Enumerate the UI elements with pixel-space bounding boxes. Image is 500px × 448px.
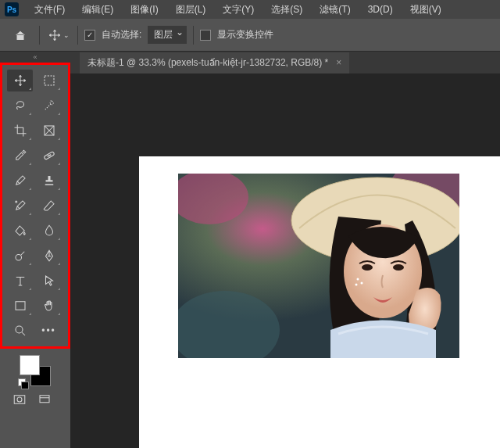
foreground-color-swatch[interactable] xyxy=(20,355,40,375)
tool-preset-button[interactable]: ⌄ xyxy=(46,24,71,46)
canvas-artboard[interactable] xyxy=(139,156,500,448)
close-tab-button[interactable]: × xyxy=(336,57,341,68)
lasso-icon xyxy=(13,99,27,113)
stamp-icon xyxy=(42,174,56,188)
document-tab-strip: 未标题-1 @ 33.3% (pexels-tuấn-kiệt-jr-13827… xyxy=(70,52,500,73)
eyedropper-tool[interactable] xyxy=(7,145,33,167)
history-brush-icon xyxy=(13,199,27,213)
blur-tool[interactable] xyxy=(36,220,62,242)
type-icon xyxy=(13,274,27,288)
eraser-icon xyxy=(42,199,56,213)
chevron-down-icon: ⌄ xyxy=(63,31,70,39)
collapse-toolbar-button[interactable]: « xyxy=(0,52,70,63)
auto-select-label: 自动选择: xyxy=(102,28,141,41)
dodge-tool[interactable] xyxy=(7,245,33,267)
hand-tool[interactable] xyxy=(36,295,62,317)
frame-tool[interactable] xyxy=(36,120,62,142)
photo-placeholder-icon xyxy=(178,174,459,358)
menu-type[interactable]: 文字(Y) xyxy=(215,1,262,19)
edit-toolbar-button[interactable]: ••• xyxy=(36,320,62,342)
pen-tool[interactable] xyxy=(36,245,62,267)
dodge-icon xyxy=(13,249,27,263)
toolbox-highlight: ••• xyxy=(0,63,70,349)
hand-icon xyxy=(42,299,56,313)
rectangle-icon xyxy=(13,299,27,313)
tools-panel: « xyxy=(0,52,70,448)
blur-icon xyxy=(42,224,56,238)
gradient-tool[interactable] xyxy=(7,220,33,242)
path-select-tool[interactable] xyxy=(36,270,62,292)
menu-image[interactable]: 图像(I) xyxy=(123,1,166,19)
separator xyxy=(39,26,40,45)
svg-point-8 xyxy=(16,326,23,333)
move-icon xyxy=(13,73,27,88)
quick-mask-icon xyxy=(12,392,27,407)
brush-tool[interactable] xyxy=(7,170,33,192)
crop-icon xyxy=(13,124,27,138)
pen-icon xyxy=(42,249,56,263)
paint-bucket-icon xyxy=(13,224,27,238)
check-icon: ✓ xyxy=(87,30,93,39)
separator xyxy=(77,26,78,45)
move-icon xyxy=(48,28,62,42)
svg-rect-11 xyxy=(40,396,49,403)
menu-file[interactable]: 文件(F) xyxy=(27,1,73,19)
screen-mode-icon xyxy=(38,392,52,407)
auto-select-target-dropdown[interactable]: 图层 xyxy=(148,26,187,44)
quick-select-tool[interactable] xyxy=(36,95,62,116)
marquee-tool[interactable] xyxy=(36,70,62,91)
menu-edit[interactable]: 编辑(E) xyxy=(74,1,121,19)
show-transform-checkbox[interactable] xyxy=(200,30,211,41)
color-swatch-area xyxy=(0,349,70,392)
svg-rect-0 xyxy=(45,76,54,85)
svg-point-19 xyxy=(362,264,373,271)
history-brush-tool[interactable] xyxy=(7,195,33,217)
magnifier-icon xyxy=(13,324,27,338)
more-icon: ••• xyxy=(41,325,56,336)
screen-mode-button[interactable] xyxy=(36,392,53,407)
separator xyxy=(193,26,194,45)
zoom-tool[interactable] xyxy=(7,320,33,342)
home-icon xyxy=(13,28,27,42)
foreground-background-swatches[interactable] xyxy=(20,355,51,386)
menu-view[interactable]: 视图(V) xyxy=(402,1,449,19)
app-logo: Ps xyxy=(5,2,19,16)
brush-icon xyxy=(13,174,27,188)
magic-wand-icon xyxy=(42,99,56,113)
lasso-tool[interactable] xyxy=(7,95,33,116)
document-tab[interactable]: 未标题-1 @ 33.3% (pexels-tuấn-kiệt-jr-13827… xyxy=(80,52,349,73)
bandage-icon xyxy=(42,149,56,163)
toolbox: ••• xyxy=(4,66,66,345)
home-button[interactable] xyxy=(8,24,33,46)
svg-point-20 xyxy=(393,264,404,271)
menu-bar: Ps 文件(F) 编辑(E) 图像(I) 图层(L) 文字(Y) 选择(S) 滤… xyxy=(0,0,500,19)
move-tool[interactable] xyxy=(7,70,33,91)
clone-stamp-tool[interactable] xyxy=(36,170,62,192)
auto-select-checkbox[interactable]: ✓ xyxy=(84,30,95,41)
svg-point-21 xyxy=(357,278,359,281)
frame-icon xyxy=(42,124,56,138)
document-area: 未标题-1 @ 33.3% (pexels-tuấn-kiệt-jr-13827… xyxy=(70,52,500,448)
show-transform-label: 显示变换控件 xyxy=(217,28,273,41)
shape-tool[interactable] xyxy=(7,295,33,317)
menu-layer[interactable]: 图层(L) xyxy=(168,1,214,19)
screen-mode-row xyxy=(0,392,70,413)
type-tool[interactable] xyxy=(7,270,33,292)
svg-point-22 xyxy=(361,282,363,285)
eraser-tool[interactable] xyxy=(36,195,62,217)
canvas-viewport[interactable] xyxy=(70,73,500,448)
svg-point-23 xyxy=(355,284,358,286)
placed-image[interactable] xyxy=(178,174,459,358)
healing-brush-tool[interactable] xyxy=(36,145,62,167)
svg-point-6 xyxy=(16,255,22,261)
crop-tool[interactable] xyxy=(7,120,33,142)
arrow-cursor-icon xyxy=(42,274,56,288)
svg-point-3 xyxy=(48,156,49,156)
default-colors-button[interactable] xyxy=(18,378,27,388)
quick-mask-button[interactable] xyxy=(11,392,28,407)
menu-filter[interactable]: 滤镜(T) xyxy=(312,1,358,19)
workspace: « xyxy=(0,52,500,448)
marquee-icon xyxy=(42,73,56,88)
menu-select[interactable]: 选择(S) xyxy=(263,1,310,19)
menu-3d[interactable]: 3D(D) xyxy=(360,2,401,17)
